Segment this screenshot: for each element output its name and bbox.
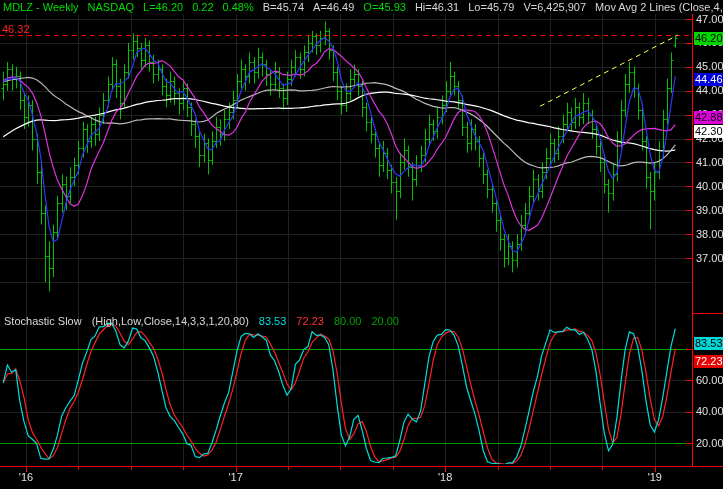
- stochastic-d-value: 72.23: [296, 315, 324, 328]
- chart-window: MDLZ - Weekly NASDAQ L=46.20 0.22 0.48% …: [0, 0, 723, 489]
- stochastic-upper-band-value: 80.00: [334, 315, 362, 328]
- price-axis-badge: 46.20: [694, 32, 723, 45]
- stochastic-params: (High,Low,Close,14,3,3,1,20,80): [92, 315, 249, 328]
- last-price: L=46.20: [143, 1, 183, 14]
- ask-label: A=46.49: [313, 1, 354, 14]
- stoch-tick-label: 20.00: [696, 437, 723, 450]
- indicator-label: Mov Avg 2 Lines (Close,4, …: [595, 1, 723, 14]
- high-label: Hi=46.31: [415, 1, 459, 14]
- open-label: O=45.93: [363, 1, 406, 14]
- price-tick-label: 38.00: [696, 228, 723, 241]
- volume-label: V=6,425,907: [523, 1, 586, 14]
- stoch-tick-label: 40.00: [696, 405, 723, 418]
- price-axis-badge: 42.30: [694, 125, 723, 138]
- stochastic-title: Stochastic Slow: [4, 315, 82, 328]
- price-tick-label: 47.00: [696, 13, 723, 26]
- stochastic-lower-band-value: 20.00: [371, 315, 399, 328]
- stoch-axis-badge: 72.23: [694, 355, 723, 368]
- price-tick-label: 39.00: [696, 204, 723, 217]
- bid-label: B=45.74: [263, 1, 304, 14]
- alert-price-label[interactable]: 46.32: [2, 23, 30, 35]
- year-label: '17: [221, 471, 251, 483]
- low-label: Lo=45.79: [468, 1, 514, 14]
- price-axis-badge: 42.88: [694, 111, 723, 124]
- stochastic-k-value: 83.53: [259, 315, 287, 328]
- price-tick-label: 40.00: [696, 180, 723, 193]
- price-tick-label: 37.00: [696, 252, 723, 265]
- price-change: 0.22: [192, 1, 213, 14]
- chart-header: MDLZ - Weekly NASDAQ L=46.20 0.22 0.48% …: [3, 1, 723, 14]
- year-label: '16: [11, 471, 41, 483]
- symbol-timeframe: MDLZ - Weekly: [3, 1, 79, 14]
- exchange-label: NASDAQ: [88, 1, 134, 14]
- stoch-tick-label: 60.00: [696, 374, 723, 387]
- price-tick-label: 41.00: [696, 156, 723, 169]
- price-tick-label: 45.00: [696, 60, 723, 73]
- chart-canvas[interactable]: [0, 0, 723, 489]
- price-change-pct: 0.48%: [223, 1, 254, 14]
- stoch-axis-badge: 83.53: [694, 337, 723, 350]
- price-axis-badge: 44.46: [694, 73, 723, 86]
- year-label: '18: [430, 471, 460, 483]
- stochastic-header: Stochastic Slow (High,Low,Close,14,3,3,1…: [4, 315, 399, 328]
- year-label: '19: [640, 471, 670, 483]
